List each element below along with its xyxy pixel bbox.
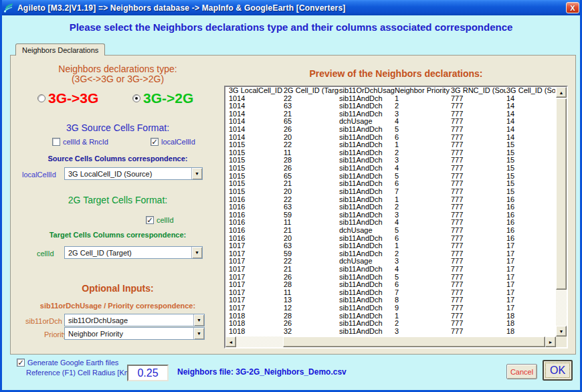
table-row[interactable]: 101426sib11AndDch577714 (225, 126, 555, 134)
table-cell: 5 (395, 274, 451, 282)
checkbox-cellid-rncid[interactable]: ✓ cellId & RncId (52, 138, 108, 146)
table-cell: 1018 (229, 320, 284, 328)
chevron-down-icon[interactable]: ▼ (191, 247, 202, 258)
table-cell: 777 (451, 274, 506, 282)
checkbox-localcellid[interactable]: ✓ localCellId (151, 138, 195, 146)
table-row[interactable]: 101759sib11AndDch277717 (225, 250, 555, 258)
scroll-down-icon[interactable]: ▼ (556, 326, 567, 336)
cell-radius-input[interactable]: 0.25 (127, 365, 169, 381)
table-row[interactable]: 101711sib11AndDch777717 (225, 289, 555, 297)
horizontal-scrollbar-track[interactable] (236, 336, 283, 347)
sib11ordchusage-dropdown[interactable]: sib11OrDchUsage ▼ (64, 314, 205, 326)
table-cell: 13 (284, 296, 339, 304)
vertical-scrollbar-thumb[interactable] (556, 98, 567, 290)
chevron-down-icon[interactable]: ▼ (193, 314, 204, 326)
table-cell: 1015 (229, 149, 284, 157)
table-row[interactable]: 101620sib11AndDch677716 (225, 235, 555, 243)
source-localcellid-dropdown[interactable]: 3G LocalCell_ID (Source) ▼ (64, 167, 203, 180)
radio-3g-3g[interactable]: 3G->3G (37, 90, 98, 106)
table-row[interactable]: 101659sib11AndDch377716 (225, 211, 555, 219)
table-cell: sib11AndDch (339, 95, 395, 103)
table-cell: 20 (284, 134, 339, 142)
table-row[interactable]: 101520sib11AndDch777715 (225, 188, 555, 196)
radio-3g-2g[interactable]: 3G->2G (132, 90, 193, 106)
table-row[interactable]: 101826sib11AndDch277718 (225, 320, 555, 328)
checkbox-cellid[interactable]: ✓ cellId (146, 216, 174, 224)
table-cell: 1014 (229, 134, 284, 142)
title-bar[interactable]: Agileto [M3.2|V1.19] => Neighbors databa… (0, 0, 582, 15)
table-cell: 28 (284, 157, 339, 165)
table-cell: 777 (451, 110, 506, 118)
table-row[interactable]: 101420sib11AndDch677714 (225, 134, 555, 142)
table-cell: sib11AndDch (339, 274, 395, 282)
close-icon[interactable]: X (566, 2, 579, 13)
cancel-button[interactable]: Cancel (506, 364, 537, 379)
table-row[interactable]: 101621dchUsage577716 (225, 227, 555, 235)
scroll-right-icon[interactable]: ► (545, 336, 556, 347)
table-cell: 1014 (229, 110, 284, 118)
priority-dropdown-value: Neighbor Priority (65, 330, 193, 338)
table-row[interactable]: 101526sib11AndDch477715 (225, 165, 555, 173)
table-cell: sib11AndDch (339, 266, 395, 274)
table-row[interactable]: 101611sib11AndDch477716 (225, 219, 555, 227)
table-cell: 1015 (229, 141, 284, 149)
table-row[interactable]: 101622sib11AndDch177716 (225, 196, 555, 204)
table-row[interactable]: 101763sib11AndDch177717 (225, 242, 555, 250)
table-cell: 1017 (229, 304, 284, 312)
table-cell: 1014 (229, 126, 284, 134)
table-row[interactable]: 101522sib11AndDch177715 (225, 141, 555, 149)
table-cell: 15 (506, 149, 555, 157)
localcellid-field-label: localCellId (22, 171, 56, 179)
priority-dropdown[interactable]: Neighbor Priority ▼ (64, 327, 205, 340)
table-row[interactable]: 101828sib11AndDch177718 (225, 312, 555, 320)
table-cell: 21 (284, 227, 339, 235)
table-cell: 2 (395, 102, 451, 110)
ok-button[interactable]: OK (543, 360, 573, 381)
table-cell: 7 (395, 188, 451, 196)
vertical-scrollbar[interactable]: ▲ ▼ (556, 87, 567, 336)
scroll-left-icon[interactable]: ◄ (225, 336, 236, 347)
table-row[interactable]: 101565sib11AndDch577715 (225, 173, 555, 181)
preview-listbox[interactable]: 3G LocalCell_ID (S 2G Cell_ID (Targe sib… (224, 86, 568, 349)
chevron-down-icon[interactable]: ▼ (193, 328, 204, 339)
table-cell: 1 (395, 95, 451, 103)
table-row[interactable]: 101832sib11AndDch377718 (225, 328, 555, 336)
table-cell: 15 (506, 180, 555, 188)
table-cell: sib11AndDch (339, 296, 395, 304)
table-row[interactable]: 101728sib11AndDch677717 (225, 281, 555, 289)
table-cell: sib11AndDch (339, 304, 395, 312)
radio-3g-2g-label: 3G->2G (143, 90, 193, 106)
tab-neighbors-declarations[interactable]: Neighbors Declarations (15, 43, 105, 56)
table-cell: 21 (284, 110, 339, 118)
table-row[interactable]: 101721sib11AndDch477717 (225, 266, 555, 274)
table-row[interactable]: 101463sib11AndDch277714 (225, 102, 555, 110)
table-row[interactable]: 101422sib11AndDch177714 (225, 95, 555, 103)
table-row[interactable]: 101511sib11AndDch277715 (225, 149, 555, 157)
table-row[interactable]: 101421sib11AndDch377714 (225, 110, 555, 118)
horizontal-scrollbar[interactable]: ◄ ► (225, 336, 556, 347)
table-row[interactable]: 101713sib11AndDch877717 (225, 296, 555, 304)
target-cellid-dropdown[interactable]: 2G Cell_ID (Target) ▼ (64, 246, 203, 259)
horizontal-scrollbar-thumb[interactable] (283, 336, 545, 347)
table-cell: 16 (506, 227, 555, 235)
chevron-down-icon[interactable]: ▼ (191, 168, 202, 179)
checkbox-generate-google-earth[interactable]: ✓ Generate Google Earth files (17, 359, 118, 367)
table-row[interactable]: 101722dchUsage377717 (225, 258, 555, 266)
table-cell: 1 (395, 242, 451, 250)
table-cell: 777 (451, 165, 506, 173)
table-row[interactable]: 101712sib11AndDch977717 (225, 304, 555, 312)
table-cell: 1014 (229, 95, 284, 103)
table-cell: 14 (506, 110, 555, 118)
table-cell: 2 (395, 203, 451, 211)
vertical-scrollbar-track[interactable] (556, 290, 567, 326)
table-cell: 777 (451, 95, 506, 103)
table-row[interactable]: 101663sib11AndDch277716 (225, 203, 555, 211)
table-cell: 16 (506, 196, 555, 204)
table-row[interactable]: 101528sib11AndDch377715 (225, 157, 555, 165)
scroll-up-icon[interactable]: ▲ (556, 87, 567, 98)
table-row[interactable]: 101521sib11AndDch677715 (225, 180, 555, 188)
table-cell: 20 (284, 235, 339, 243)
table-row[interactable]: 101465dchUsage477714 (225, 118, 555, 126)
table-cell: 1015 (229, 180, 284, 188)
table-row[interactable]: 101726sib11AndDch577717 (225, 274, 555, 282)
